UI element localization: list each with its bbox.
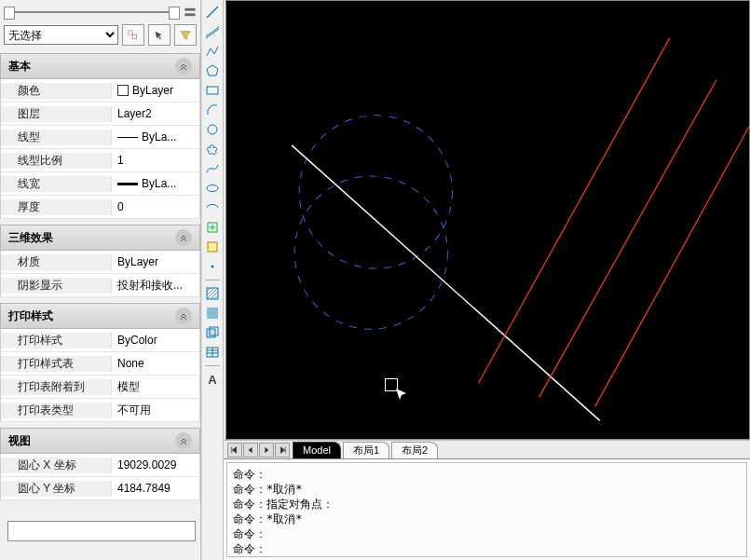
label-linetype: 线型 xyxy=(1,130,112,145)
xline-tool-icon[interactable] xyxy=(204,23,221,40)
value-center-x[interactable]: 19029.0029 xyxy=(112,458,199,471)
section-title: 视图 xyxy=(8,433,31,449)
value-plottype[interactable]: 不可用 xyxy=(112,403,199,418)
row-shadow[interactable]: 阴影显示投射和接收... xyxy=(1,274,199,297)
value-lineweight[interactable]: ByLa... xyxy=(112,177,199,190)
slider-handle-icon[interactable] xyxy=(184,6,197,19)
layout-tabs: Model 布局1 布局2 xyxy=(224,440,750,458)
tab-last-icon[interactable] xyxy=(275,443,290,458)
value-material[interactable]: ByLayer xyxy=(112,255,199,268)
row-ltscale[interactable]: 线型比例1 xyxy=(1,149,199,172)
value-plottable[interactable]: None xyxy=(112,357,199,370)
section-header-threed[interactable]: 三维效果 xyxy=(0,225,200,251)
label-ltscale: 线型比例 xyxy=(1,153,112,169)
point-tool-icon[interactable] xyxy=(204,258,221,275)
svg-point-13 xyxy=(211,266,214,268)
section-title: 打印样式 xyxy=(8,308,53,324)
svg-rect-2 xyxy=(129,30,132,34)
console-history[interactable]: 命令： 命令：*取消* 命令：指定对角点： 命令：*取消* 命令： 命令： xyxy=(226,462,747,557)
tab-next-icon[interactable] xyxy=(259,443,274,458)
row-linetype[interactable]: 线型ByLa... xyxy=(1,126,199,149)
rectangle-tool-icon[interactable] xyxy=(204,82,221,99)
label-material: 材质 xyxy=(1,254,112,270)
section-header-basic[interactable]: 基本 xyxy=(0,53,200,79)
tab-layout2[interactable]: 布局2 xyxy=(391,442,438,458)
svg-rect-8 xyxy=(207,87,218,94)
region-tool-icon[interactable] xyxy=(204,324,221,341)
row-plottable[interactable]: 打印样式表None xyxy=(1,352,199,376)
panel-slider[interactable] xyxy=(4,4,197,24)
slider-track[interactable] xyxy=(4,11,180,13)
chevron-double-up-icon xyxy=(175,58,192,75)
polygon-tool-icon[interactable] xyxy=(204,62,221,79)
row-center-x[interactable]: 圆心 X 坐标19029.0029 xyxy=(1,454,199,477)
row-lineweight[interactable]: 线宽ByLa... xyxy=(1,172,199,196)
label-color: 颜色 xyxy=(1,83,112,99)
label-plottype: 打印表类型 xyxy=(1,403,112,418)
table-tool-icon[interactable] xyxy=(204,344,221,361)
slider-thumb-left[interactable] xyxy=(4,7,15,20)
hatch-tool-icon[interactable] xyxy=(204,285,221,302)
svg-rect-12 xyxy=(208,242,217,252)
svg-point-24 xyxy=(294,176,447,329)
row-layer[interactable]: 图层Layer2 xyxy=(1,102,199,126)
tab-prev-icon[interactable] xyxy=(243,443,258,458)
row-thickness[interactable]: 厚度0 xyxy=(1,196,199,219)
row-plotstyle[interactable]: 打印样式ByColor xyxy=(1,329,199,352)
value-plotstyle[interactable]: ByColor xyxy=(112,334,199,347)
tab-first-icon[interactable] xyxy=(227,443,242,458)
row-plotattach[interactable]: 打印表附着到模型 xyxy=(1,376,199,399)
drawing-viewport[interactable] xyxy=(226,1,749,439)
spline-tool-icon[interactable] xyxy=(204,160,221,177)
svg-line-27 xyxy=(539,80,716,398)
svg-line-25 xyxy=(292,145,600,421)
row-plottype[interactable]: 打印表类型不可用 xyxy=(1,399,199,422)
row-color[interactable]: 颜色ByLayer xyxy=(1,79,199,102)
line-tool-icon[interactable] xyxy=(204,4,221,20)
section-plot: 打印样式 打印样式ByColor 打印样式表None 打印表附着到模型 打印表类… xyxy=(0,303,200,422)
circle-tool-icon[interactable] xyxy=(204,121,221,138)
arc-tool-icon[interactable] xyxy=(204,102,221,118)
svg-line-4 xyxy=(207,7,218,18)
filter-icon[interactable] xyxy=(174,24,197,46)
slider-thumb-right[interactable] xyxy=(169,7,180,20)
mtext-tool-icon[interactable]: A xyxy=(204,371,221,388)
svg-line-5 xyxy=(206,27,219,36)
section-threed: 三维效果 材质ByLayer 阴影显示投射和接收... xyxy=(0,225,200,297)
right-area: Model 布局1 布局2 命令： 命令：*取消* 命令：指定对角点： 命令：*… xyxy=(224,0,750,560)
tab-layout1[interactable]: 布局1 xyxy=(343,442,389,458)
svg-line-6 xyxy=(206,29,219,38)
tab-model[interactable]: Model xyxy=(293,442,341,458)
value-shadow[interactable]: 投射和接收... xyxy=(112,278,199,294)
value-plotattach[interactable]: 模型 xyxy=(112,379,199,395)
row-center-y[interactable]: 圆心 Y 坐标4184.7849 xyxy=(1,477,199,500)
value-color[interactable]: ByLayer xyxy=(112,84,199,97)
revcloud-tool-icon[interactable] xyxy=(204,141,221,157)
properties-panel: 无选择 基本 颜色ByLayer 图层Layer2 xyxy=(0,0,201,560)
section-title: 三维效果 xyxy=(8,230,53,246)
canvas-wrap xyxy=(225,0,750,440)
ellipse-tool-icon[interactable] xyxy=(204,180,221,197)
label-plottable: 打印样式表 xyxy=(1,356,112,372)
value-layer[interactable]: Layer2 xyxy=(112,107,199,120)
svg-point-23 xyxy=(299,116,452,268)
svg-line-28 xyxy=(595,127,749,407)
insert-block-tool-icon[interactable] xyxy=(204,219,221,236)
section-header-view[interactable]: 视图 xyxy=(0,428,200,454)
value-center-y[interactable]: 4184.7849 xyxy=(112,482,199,495)
row-material[interactable]: 材质ByLayer xyxy=(1,251,199,274)
ellipse-arc-tool-icon[interactable] xyxy=(204,199,221,216)
gradient-tool-icon[interactable] xyxy=(204,305,221,321)
section-view: 视图 圆心 X 坐标19029.0029 圆心 Y 坐标4184.7849 xyxy=(0,428,200,500)
section-header-plot[interactable]: 打印样式 xyxy=(0,303,200,329)
selection-dropdown[interactable]: 无选择 xyxy=(4,25,118,45)
value-thickness[interactable]: 0 xyxy=(112,200,199,213)
polyline-tool-icon[interactable] xyxy=(204,43,221,60)
svg-rect-1 xyxy=(184,13,195,16)
value-ltscale[interactable]: 1 xyxy=(112,154,199,167)
value-linetype[interactable]: ByLa... xyxy=(112,130,199,143)
quick-select-icon[interactable] xyxy=(122,24,144,46)
make-block-tool-icon[interactable] xyxy=(204,239,221,255)
property-filter-input[interactable] xyxy=(7,521,196,541)
select-objects-icon[interactable] xyxy=(148,24,170,46)
